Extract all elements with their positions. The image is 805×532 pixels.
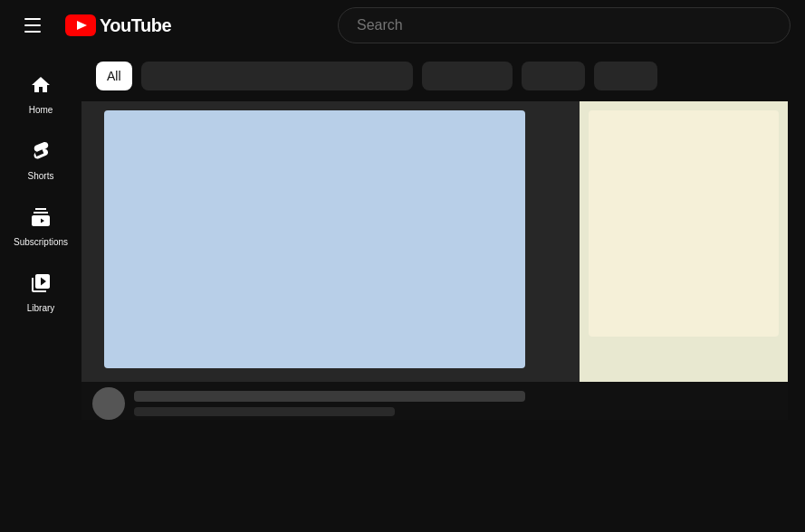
filter-chip-all[interactable]: All <box>96 62 132 90</box>
filter-chip-3[interactable] <box>422 62 513 90</box>
search-input[interactable] <box>338 7 791 43</box>
filter-chip-2[interactable] <box>141 62 413 90</box>
sidebar-item-label-shorts: Shorts <box>28 171 54 181</box>
main-content: All <box>81 51 805 532</box>
sidebar-item-library[interactable]: Library <box>0 260 81 322</box>
shorts-icon <box>30 140 52 166</box>
sidebar-item-label-home: Home <box>29 105 53 115</box>
youtube-logo-icon <box>65 14 96 36</box>
sidebar-item-shorts[interactable]: Shorts <box>0 128 81 190</box>
home-icon <box>30 74 52 100</box>
menu-icon <box>24 31 41 33</box>
menu-icon <box>24 18 41 20</box>
sidebar: Home Shorts Subscriptions Library <box>0 51 81 532</box>
sidebar-item-label-subscriptions: Subscriptions <box>14 237 68 247</box>
video-info-bar-1 <box>81 382 580 420</box>
filter-chip-4[interactable] <box>522 62 585 90</box>
filter-bar: All <box>81 51 805 101</box>
youtube-wordmark: YouTube <box>100 15 171 36</box>
thumbnail-image-2 <box>589 110 779 337</box>
search-bar <box>338 7 791 43</box>
library-icon <box>30 272 52 298</box>
filter-chip-5[interactable] <box>594 62 657 90</box>
sidebar-item-subscriptions[interactable]: Subscriptions <box>0 194 81 256</box>
video-thumbnail-2 <box>580 101 788 382</box>
subscriptions-icon <box>30 206 52 232</box>
sidebar-item-label-library: Library <box>27 303 55 313</box>
video-card-1[interactable] <box>81 101 580 420</box>
channel-avatar-1 <box>92 387 125 420</box>
menu-button[interactable] <box>14 7 51 43</box>
logo-area[interactable]: YouTube <box>65 14 171 36</box>
video-card-2[interactable] <box>580 101 788 420</box>
video-title-1 <box>134 391 525 402</box>
video-thumbnail-1 <box>81 101 580 382</box>
video-subtitle-1 <box>134 407 395 416</box>
video-meta-1 <box>134 391 569 416</box>
videos-grid <box>81 101 805 420</box>
header: YouTube <box>0 0 805 51</box>
sidebar-item-home[interactable]: Home <box>0 62 81 124</box>
menu-icon <box>24 24 41 26</box>
thumbnail-image-1 <box>104 110 525 368</box>
video-info-bar-2 <box>580 382 788 420</box>
